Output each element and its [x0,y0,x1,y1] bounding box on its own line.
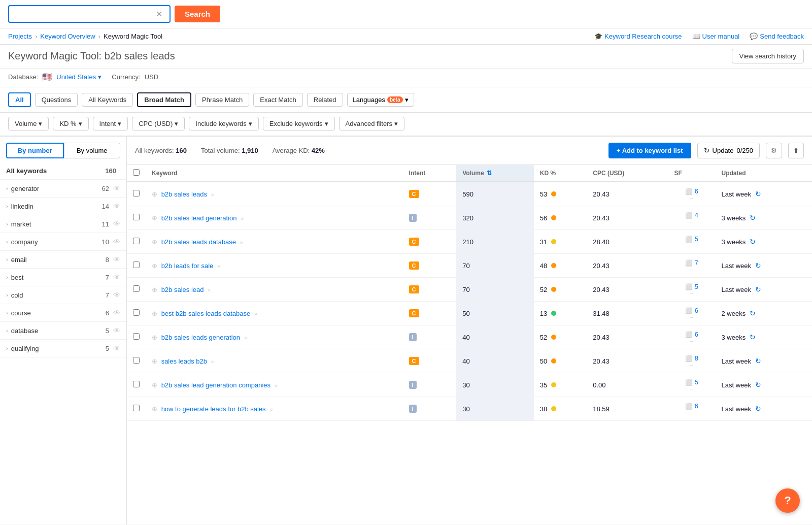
update-button[interactable]: ↻ Update 0/250 [697,143,760,158]
row-checkbox[interactable] [133,405,140,411]
intent-filter[interactable]: Intent ▾ [93,117,128,130]
keyword-link[interactable]: b2b sales lead [161,286,204,293]
database-row: Database: 🇺🇸 United States ▾ Currency: U… [0,69,812,87]
user-manual-link[interactable]: 📖 User manual [692,32,740,40]
settings-button[interactable]: ⚙ [766,143,782,158]
keyword-research-course-link[interactable]: 🎓 Keyword Research course [594,32,682,40]
sf-value[interactable]: 7 [695,259,698,267]
send-feedback-link[interactable]: 💬 Send feedback [750,32,804,40]
tab-broad-match[interactable]: Broad Match [137,92,191,107]
keyword-link[interactable]: b2b sales leads database [161,238,236,246]
refresh-icon[interactable]: ↻ [755,357,761,365]
breadcrumb-keyword-overview[interactable]: Keyword Overview [40,32,95,40]
clear-button[interactable]: ✕ [154,9,164,19]
advanced-filters-btn[interactable]: Advanced filters ▾ [339,117,405,130]
tab-questions[interactable]: Questions [35,93,78,107]
tab-phrase-match[interactable]: Phrase Match [195,93,249,107]
refresh-icon[interactable]: ↻ [750,238,756,246]
row-checkbox[interactable] [133,261,140,268]
sf-value[interactable]: 5 [695,283,698,290]
keyword-link[interactable]: b2b leads for sale [161,262,214,270]
keyword-link[interactable]: sales leads b2b [161,357,207,365]
sidebar-item-linkedin[interactable]: › linkedin 14 👁 [0,198,126,215]
sf-value[interactable]: 6 [695,402,698,410]
refresh-icon[interactable]: ↻ [750,333,756,341]
keyword-arrows-icon: » [269,406,273,412]
sidebar-item-qualifying[interactable]: › qualifying 5 👁 [0,340,126,357]
exclude-keywords-filter[interactable]: Exclude keywords ▾ [263,117,335,130]
cpc-filter[interactable]: CPC (USD) ▾ [132,117,185,130]
sidebar-item-course[interactable]: › course 6 👁 [0,304,126,322]
keyword-link[interactable]: b2b sales leads generation [161,334,240,341]
sidebar-item-best[interactable]: › best 7 👁 [0,269,126,286]
breadcrumb-projects[interactable]: Projects [8,32,32,40]
keyword-link[interactable]: b2b sales lead generation [161,214,237,222]
flag-icon: 🇺🇸 [42,72,52,82]
sidebar-item-company[interactable]: › company 10 👁 [0,233,126,251]
sidebar-item-market[interactable]: › market 11 👁 [0,215,126,233]
sidebar-item-database[interactable]: › database 5 👁 [0,322,126,340]
keyword-link[interactable]: best b2b sales leads database [161,310,251,317]
row-checkbox[interactable] [133,309,140,316]
updated-header: Updated [716,165,813,182]
volume-filter[interactable]: Volume ▾ [8,117,49,130]
sf-value[interactable]: 4 [695,211,698,219]
keyword-link[interactable]: b2b sales lead generation companies [161,381,270,389]
refresh-icon[interactable]: ↻ [755,285,761,293]
eye-icon[interactable]: 👁 [113,291,120,299]
row-checkbox[interactable] [133,381,140,387]
row-checkbox[interactable] [133,357,140,364]
sidebar-item-email[interactable]: › email 8 👁 [0,251,126,269]
refresh-icon[interactable]: ↻ [755,190,761,198]
include-keywords-filter[interactable]: Include keywords ▾ [189,117,258,130]
eye-icon[interactable]: 👁 [113,220,120,228]
row-checkbox[interactable] [133,190,140,196]
database-dropdown[interactable]: United States ▾ [56,73,101,81]
sf-value[interactable]: 6 [695,307,698,314]
sort-by-number-btn[interactable]: By number [6,143,64,158]
refresh-icon[interactable]: ↻ [755,261,761,270]
add-to-keyword-list-button[interactable]: + Add to keyword list [608,143,691,158]
row-checkbox[interactable] [133,285,140,292]
keyword-link[interactable]: how to generate leads for b2b sales [161,405,266,413]
sf-value[interactable]: 5 [695,235,698,243]
row-checkbox[interactable] [133,238,140,244]
eye-icon[interactable]: 👁 [113,326,120,335]
keyword-link[interactable]: b2b sales leads [161,190,207,198]
tab-all[interactable]: All [8,92,31,107]
view-history-button[interactable]: View search history [732,49,804,63]
eye-icon[interactable]: 👁 [113,184,120,192]
languages-dropdown[interactable]: Languages beta ▾ [347,93,414,107]
tab-exact-match[interactable]: Exact Match [253,93,303,107]
refresh-icon[interactable]: ↻ [750,309,756,317]
refresh-icon[interactable]: ↻ [755,381,761,389]
eye-icon[interactable]: 👁 [113,309,120,317]
kd-filter[interactable]: KD % ▾ [53,117,88,130]
tab-all-keywords[interactable]: All Keywords [82,93,133,107]
refresh-icon[interactable]: ↻ [750,214,756,222]
export-button[interactable]: ⬆ [788,143,804,158]
help-button[interactable]: ? [775,488,800,513]
row-checkbox[interactable] [133,214,140,220]
row-checkbox[interactable] [133,333,140,340]
sidebar-item-all-keywords[interactable]: All keywords 160 [0,162,126,180]
eye-icon[interactable]: 👁 [113,255,120,264]
sort-by-volume-btn[interactable]: By volume [64,143,121,158]
sf-value[interactable]: 6 [695,187,698,195]
sidebar-item-generator[interactable]: › generator 62 👁 [0,180,126,198]
select-all-checkbox[interactable] [133,169,140,176]
sidebar-label: email [11,256,106,264]
eye-icon[interactable]: 👁 [113,238,120,246]
sf-value[interactable]: 6 [695,331,698,338]
eye-icon[interactable]: 👁 [113,344,120,352]
sf-value[interactable]: 8 [695,354,698,362]
sf-value[interactable]: 5 [695,378,698,386]
search-button[interactable]: Search [175,6,220,22]
search-input[interactable]: b2b sales leads [14,10,154,18]
eye-icon[interactable]: 👁 [113,202,120,210]
refresh-icon[interactable]: ↻ [755,405,761,413]
tab-related[interactable]: Related [307,93,343,107]
sidebar-item-cold[interactable]: › cold 7 👁 [0,286,126,304]
volume-header[interactable]: Volume ⇅ [456,165,533,182]
eye-icon[interactable]: 👁 [113,273,120,281]
